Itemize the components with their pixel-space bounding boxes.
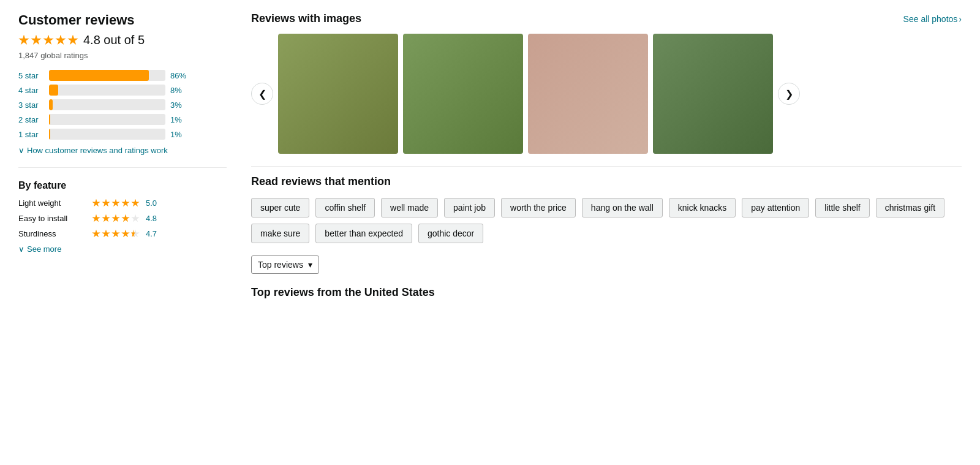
- mention-tag-11[interactable]: make sure: [251, 224, 309, 243]
- feature-stars-3: [92, 230, 140, 238]
- feature-star-full: [102, 199, 110, 208]
- carousel-next-button[interactable]: ❯: [778, 83, 800, 105]
- bar-fill-1: [49, 70, 149, 81]
- mention-tag-8[interactable]: pay attention: [742, 198, 809, 217]
- star-label-3[interactable]: 3 star: [18, 100, 44, 110]
- rating-text: 4.8 out of 5: [83, 33, 145, 47]
- bar-pct-5: 1%: [170, 130, 189, 139]
- mention-title: Read reviews that mention: [251, 175, 962, 188]
- star-label-2[interactable]: 4 star: [18, 86, 44, 95]
- see-all-photos-label: See all photos: [903, 14, 958, 24]
- mention-tags: super cutecoffin shelfwell madepaint job…: [251, 198, 962, 243]
- bar-fill-5: [49, 129, 50, 140]
- rating-bar-row-1[interactable]: 5 star86%: [18, 70, 227, 81]
- bar-track-1: [49, 70, 165, 81]
- rating-bar-row-5[interactable]: 1 star1%: [18, 129, 227, 140]
- mention-tag-5[interactable]: worth the price: [501, 198, 576, 217]
- divider-2: [251, 166, 962, 167]
- bar-pct-1: 86%: [170, 71, 189, 80]
- chevron-right-icon: ›: [959, 14, 962, 24]
- images-carousel: ❮ ❯: [251, 34, 962, 154]
- bar-fill-3: [49, 99, 53, 110]
- review-image-1[interactable]: [278, 34, 398, 154]
- mention-tag-9[interactable]: little shelf: [815, 198, 869, 217]
- feature-star-full: [131, 199, 140, 208]
- star-5: [67, 35, 78, 46]
- rating-bar-row-2[interactable]: 4 star8%: [18, 85, 227, 96]
- see-more-label: See more: [27, 244, 61, 254]
- mention-tag-13[interactable]: gothic decor: [418, 224, 483, 243]
- feature-score-3: 4.7: [146, 229, 157, 238]
- feature-stars-2: [92, 214, 140, 223]
- rating-bar-row-3[interactable]: 3 star3%: [18, 99, 227, 110]
- mention-tag-10[interactable]: christmas gift: [876, 198, 944, 217]
- feature-star-full: [121, 214, 130, 223]
- feature-star-half: [131, 230, 140, 238]
- feature-star-full: [92, 199, 100, 208]
- star-1: [18, 35, 29, 46]
- chevron-down-icon: ∨: [18, 146, 24, 155]
- mention-tag-6[interactable]: hang on the wall: [582, 198, 663, 217]
- review-image-3[interactable]: [528, 34, 648, 154]
- mention-tag-12[interactable]: better than expected: [315, 224, 412, 243]
- bar-pct-2: 8%: [170, 86, 189, 95]
- section-title: Customer reviews: [18, 12, 227, 28]
- feature-score-1: 5.0: [146, 198, 157, 208]
- bar-pct-3: 3%: [170, 100, 189, 110]
- review-images-row: [278, 34, 773, 154]
- bar-fill-2: [49, 85, 58, 96]
- bar-track-5: [49, 129, 165, 140]
- mention-tag-7[interactable]: knick knacks: [669, 198, 736, 217]
- review-image-4[interactable]: [653, 34, 773, 154]
- star-2: [31, 35, 42, 46]
- feature-star-full: [102, 214, 110, 223]
- feature-star-full: [121, 230, 130, 238]
- feature-star-empty: [131, 214, 140, 223]
- bar-track-3: [49, 99, 165, 110]
- rating-bar-row-4[interactable]: 2 star1%: [18, 114, 227, 125]
- rating-bars: 5 star86%4 star8%3 star3%2 star1%1 star1…: [18, 70, 227, 140]
- dropdown-chevron-icon: ▾: [308, 260, 312, 270]
- right-column: Reviews with images See all photos › ❮ ❯…: [251, 12, 962, 305]
- overall-stars: [18, 35, 78, 46]
- bar-track-2: [49, 85, 165, 96]
- carousel-prev-button[interactable]: ❮: [251, 83, 273, 105]
- top-reviews-from: Top reviews from the United States: [251, 286, 962, 299]
- reviews-images-header: Reviews with images See all photos ›: [251, 12, 962, 25]
- sort-dropdown-row: Top reviews ▾: [251, 255, 962, 274]
- bar-fill-4: [49, 114, 50, 125]
- feature-star-full: [111, 214, 120, 223]
- chevron-right-icon-2: ❯: [785, 88, 793, 100]
- chevron-down-icon-2: ∨: [18, 244, 24, 254]
- how-reviews-link[interactable]: ∨ How customer reviews and ratings work: [18, 146, 227, 155]
- global-ratings: 1,847 global ratings: [18, 51, 227, 60]
- feature-name-2: Easy to install: [18, 214, 86, 223]
- mention-tag-2[interactable]: coffin shelf: [315, 198, 375, 217]
- sort-dropdown[interactable]: Top reviews ▾: [251, 255, 319, 274]
- bar-pct-4: 1%: [170, 115, 189, 124]
- feature-score-2: 4.8: [146, 214, 157, 223]
- bar-track-4: [49, 114, 165, 125]
- feature-name-1: Light weight: [18, 198, 86, 208]
- feature-star-full: [121, 199, 130, 208]
- mention-tag-3[interactable]: well made: [381, 198, 438, 217]
- feature-star-full: [92, 230, 100, 238]
- star-label-5[interactable]: 1 star: [18, 130, 44, 139]
- feature-row-2: Easy to install4.8: [18, 214, 227, 223]
- star-label-1[interactable]: 5 star: [18, 71, 44, 80]
- feature-star-full: [111, 230, 120, 238]
- star-label-4[interactable]: 2 star: [18, 115, 44, 124]
- star-4: [55, 35, 66, 46]
- how-reviews-link-label: How customer reviews and ratings work: [27, 146, 168, 155]
- review-image-2[interactable]: [403, 34, 523, 154]
- see-more-link[interactable]: ∨ See more: [18, 244, 227, 254]
- feature-star-full: [111, 199, 120, 208]
- reviews-images-title: Reviews with images: [251, 12, 361, 25]
- feature-name-3: Sturdiness: [18, 229, 86, 238]
- features-list: Light weight5.0Easy to install4.8Sturdin…: [18, 198, 227, 238]
- mention-tag-4[interactable]: paint job: [444, 198, 495, 217]
- by-feature-title: By feature: [18, 180, 227, 191]
- see-all-photos-link[interactable]: See all photos ›: [903, 14, 962, 24]
- divider-1: [18, 167, 227, 168]
- mention-tag-1[interactable]: super cute: [251, 198, 309, 217]
